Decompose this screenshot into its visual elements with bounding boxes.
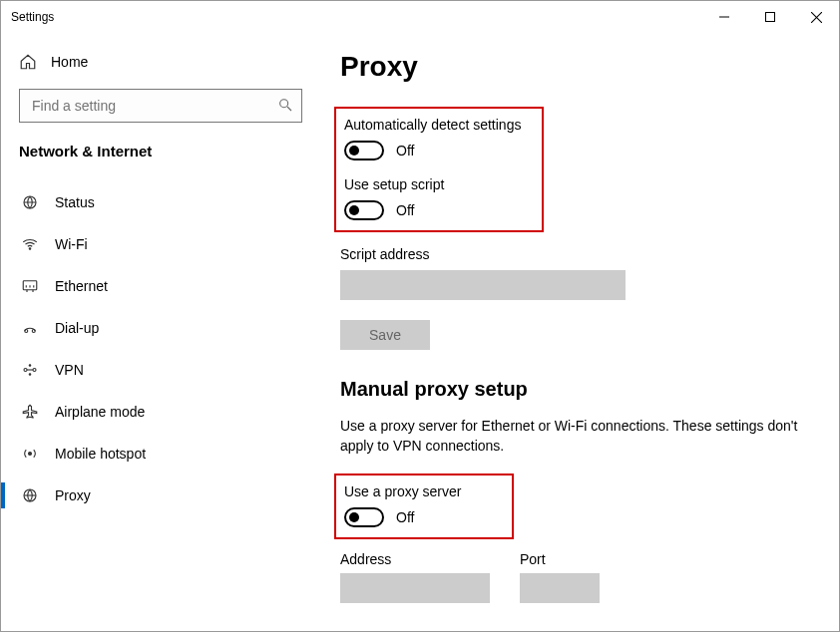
close-button[interactable]: [793, 1, 839, 33]
sidebar-item-airplane[interactable]: Airplane mode: [1, 391, 320, 433]
minimize-button[interactable]: [701, 1, 747, 33]
sidebar-item-label: Wi-Fi: [55, 236, 88, 252]
settings-window: Settings Home: [0, 0, 840, 632]
save-button[interactable]: Save: [340, 320, 430, 350]
search-input-wrap[interactable]: [19, 89, 302, 123]
content-pane: Proxy Automatically detect settings Off …: [320, 33, 839, 631]
hotspot-icon: [21, 445, 39, 463]
setup-script-label: Use setup script: [344, 176, 534, 192]
sidebar-item-label: VPN: [55, 362, 84, 378]
use-proxy-toggle[interactable]: [344, 507, 384, 527]
sidebar-item-vpn[interactable]: VPN: [1, 349, 320, 391]
status-icon: [21, 193, 39, 211]
auto-proxy-highlight: Automatically detect settings Off Use se…: [334, 107, 544, 232]
window-title: Settings: [11, 10, 54, 24]
script-address-block: Script address: [340, 246, 809, 300]
svg-point-21: [29, 453, 32, 456]
svg-point-15: [32, 330, 35, 333]
airplane-icon: [21, 403, 39, 421]
address-input[interactable]: [340, 573, 490, 603]
maximize-button[interactable]: [747, 1, 793, 33]
home-icon: [19, 53, 37, 71]
svg-point-20: [29, 374, 31, 376]
dialup-icon: [21, 319, 39, 337]
sidebar-item-dialup[interactable]: Dial-up: [1, 307, 320, 349]
setup-script-toggle[interactable]: [344, 200, 384, 220]
sidebar-item-hotspot[interactable]: Mobile hotspot: [1, 433, 320, 474]
search-icon: [277, 97, 293, 116]
section-heading: Network & Internet: [1, 135, 320, 175]
use-proxy-block: Use a proxy server Off: [344, 483, 504, 527]
port-label: Port: [520, 551, 600, 567]
sidebar-item-label: Airplane mode: [55, 404, 145, 420]
auto-detect-block: Automatically detect settings Off: [344, 117, 534, 160]
port-input[interactable]: [520, 573, 600, 603]
auto-detect-toggle[interactable]: [344, 141, 384, 160]
svg-point-19: [29, 365, 31, 367]
sidebar-item-proxy[interactable]: Proxy: [1, 474, 320, 516]
svg-rect-1: [766, 13, 775, 22]
sidebar-item-label: Ethernet: [55, 278, 108, 294]
use-proxy-highlight: Use a proxy server Off: [334, 474, 514, 539]
setup-script-state: Off: [396, 202, 414, 218]
wifi-icon: [21, 235, 39, 253]
svg-point-17: [33, 369, 36, 372]
vpn-icon: [21, 361, 39, 379]
use-proxy-label: Use a proxy server: [344, 483, 504, 499]
sidebar: Home Network & Internet Status: [1, 33, 320, 631]
sidebar-item-label: Mobile hotspot: [55, 446, 146, 462]
sidebar-item-label: Dial-up: [55, 320, 99, 336]
home-label: Home: [51, 54, 88, 70]
address-label: Address: [340, 551, 490, 567]
proxy-icon: [21, 486, 39, 504]
setup-script-block: Use setup script Off: [344, 176, 534, 220]
script-address-label: Script address: [340, 246, 809, 262]
ethernet-icon: [21, 277, 39, 295]
save-button-label: Save: [369, 327, 401, 343]
sidebar-item-label: Status: [55, 194, 95, 210]
auto-detect-label: Automatically detect settings: [344, 117, 534, 133]
sidebar-item-status[interactable]: Status: [1, 181, 320, 223]
sidebar-item-wifi[interactable]: Wi-Fi: [1, 223, 320, 265]
svg-line-5: [287, 107, 291, 111]
svg-point-4: [280, 99, 288, 107]
sidebar-item-label: Proxy: [55, 487, 91, 503]
svg-point-7: [29, 248, 31, 250]
search-input[interactable]: [30, 97, 277, 115]
title-bar: Settings: [1, 1, 839, 33]
use-proxy-state: Off: [396, 509, 414, 525]
manual-heading: Manual proxy setup: [340, 378, 809, 401]
address-port-row: Address Port: [340, 551, 809, 603]
script-address-input[interactable]: [340, 270, 626, 300]
svg-point-16: [24, 369, 27, 372]
manual-description: Use a proxy server for Ethernet or Wi-Fi…: [340, 417, 799, 456]
home-nav[interactable]: Home: [1, 43, 320, 81]
svg-point-14: [25, 330, 28, 333]
auto-detect-state: Off: [396, 143, 414, 158]
sidebar-item-ethernet[interactable]: Ethernet: [1, 265, 320, 307]
page-title: Proxy: [340, 51, 809, 83]
